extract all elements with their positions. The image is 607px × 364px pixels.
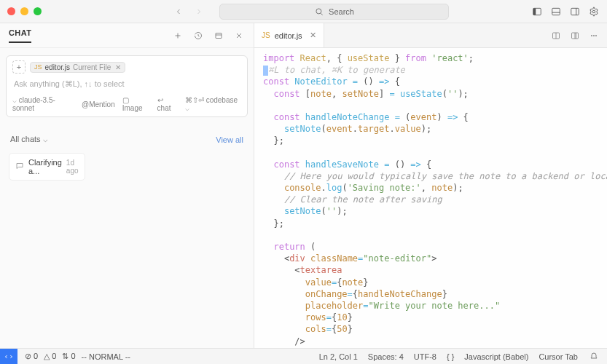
- nav-forward-icon[interactable]: [193, 6, 205, 17]
- window-controls: [7, 7, 42, 15]
- vim-mode: -- NORMAL --: [82, 352, 130, 361]
- global-search[interactable]: Search: [219, 4, 449, 20]
- layout-right-icon[interactable]: [569, 6, 581, 17]
- chat-input[interactable]: + JS editor.js Current File ✕ Ask anythi…: [6, 55, 248, 117]
- new-chat-icon[interactable]: [172, 30, 184, 41]
- model-selector[interactable]: ⌵ claude-3.5-sonnet: [12, 96, 74, 112]
- history-icon[interactable]: [192, 30, 204, 41]
- chat-textarea[interactable]: Ask anything (⌘L), ↑↓ to select: [12, 74, 241, 93]
- close-tab-icon[interactable]: ✕: [310, 31, 316, 40]
- search-placeholder: Search: [329, 7, 354, 16]
- layout-bottom-icon[interactable]: [550, 6, 562, 17]
- js-file-icon: JS: [34, 63, 42, 71]
- layout-left-icon[interactable]: [531, 6, 543, 17]
- svg-rect-3: [552, 8, 560, 15]
- svg-rect-2: [533, 8, 536, 15]
- remote-indicator[interactable]: [0, 349, 17, 365]
- chat-panel: CHAT + JS editor.js Current File ✕ Ask a…: [0, 23, 254, 348]
- encoding[interactable]: UTF-8: [414, 352, 436, 361]
- split-right-icon[interactable]: [569, 30, 581, 41]
- context-file-chip[interactable]: JS editor.js Current File ✕: [30, 62, 125, 73]
- svg-point-5: [592, 10, 595, 13]
- split-left-icon[interactable]: [550, 30, 562, 41]
- view-all-link[interactable]: View all: [216, 135, 243, 144]
- status-bar: ⊘ 0 △ 0 ⇅ 0 -- NORMAL -- Ln 2, Col 1 Spa…: [0, 348, 607, 364]
- svg-rect-6: [216, 33, 222, 38]
- language-mode[interactable]: Javascript (Babel): [464, 352, 528, 361]
- titlebar: Search: [0, 0, 607, 23]
- recent-chat-ago: 1d ago: [66, 159, 79, 175]
- svg-rect-4: [571, 8, 579, 15]
- svg-point-9: [591, 35, 592, 36]
- code-editor[interactable]: import React, { useState } from 'react';…: [254, 48, 607, 348]
- cursor-tab[interactable]: Cursor Tab: [539, 352, 578, 361]
- chat-mode-toggle[interactable]: ↩ chat: [157, 96, 178, 112]
- js-file-icon: JS: [262, 31, 270, 39]
- cursor-icon: [263, 66, 268, 76]
- recent-chat-item[interactable]: Clarifying a... 1d ago: [9, 153, 85, 181]
- search-icon: [314, 7, 324, 17]
- settings-icon[interactable]: [588, 6, 600, 17]
- close-window-icon[interactable]: [7, 7, 15, 15]
- image-button[interactable]: ▢ Image: [122, 96, 150, 112]
- nav-back-icon[interactable]: [173, 6, 184, 17]
- svg-point-0: [316, 8, 321, 13]
- svg-point-10: [593, 35, 594, 36]
- inline-hint: ⌘L to chat, ⌘K to generate: [268, 65, 405, 75]
- editor-area: JS editor.js ✕ import React, { useState …: [254, 23, 607, 348]
- panel-icon[interactable]: [213, 30, 224, 41]
- codebase-button[interactable]: ⌘⇧⏎ codebase ⌵: [185, 96, 241, 112]
- all-chats-dropdown[interactable]: All chats ⌵: [10, 135, 48, 144]
- errors-count[interactable]: ⊘ 0: [25, 352, 38, 361]
- file-tab-name: editor.js: [275, 31, 302, 40]
- indentation[interactable]: Spaces: 4: [368, 352, 404, 361]
- maximize-window-icon[interactable]: [34, 7, 42, 15]
- more-icon[interactable]: [588, 30, 600, 41]
- chip-filename: editor.js: [45, 63, 70, 71]
- recent-chat-title: Clarifying a...: [28, 158, 62, 175]
- add-context-button[interactable]: +: [12, 60, 26, 74]
- file-tab[interactable]: JS editor.js ✕: [254, 23, 324, 47]
- svg-point-11: [595, 35, 596, 36]
- cursor-position[interactable]: Ln 2, Col 1: [319, 352, 358, 361]
- chip-suffix: Current File: [73, 63, 111, 71]
- ports-count[interactable]: ⇅ 0: [62, 352, 75, 361]
- chat-tab[interactable]: CHAT: [9, 28, 31, 43]
- minimize-window-icon[interactable]: [20, 7, 28, 15]
- chip-remove-icon[interactable]: ✕: [115, 63, 121, 71]
- close-chat-icon[interactable]: [233, 30, 245, 41]
- chat-bubble-icon: [15, 162, 24, 172]
- bracket-indicator[interactable]: { }: [447, 352, 454, 361]
- warnings-count[interactable]: △ 0: [44, 352, 56, 361]
- notifications-icon[interactable]: [588, 351, 600, 363]
- mention-button[interactable]: @Mention: [82, 100, 115, 108]
